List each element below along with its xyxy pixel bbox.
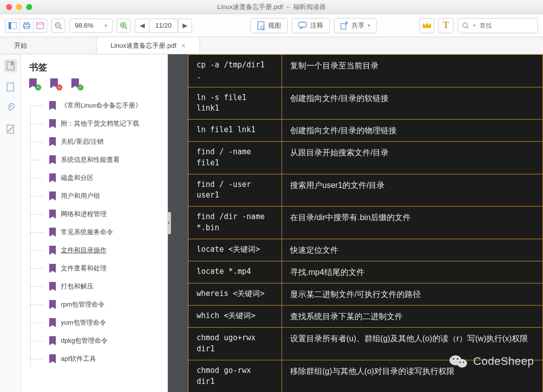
page-gutter: [168, 54, 188, 392]
table-row: whereis <关键词>显示某二进制文件/可执行文件的路径: [189, 283, 543, 306]
search-box[interactable]: ▼: [458, 18, 538, 33]
bookmark-label: 磁盘和分区: [61, 173, 94, 182]
svg-point-25: [457, 359, 467, 368]
bookmark-icon: [49, 155, 56, 164]
bookmark-tools: + × ✓: [21, 78, 167, 94]
layout-page-button[interactable]: [33, 19, 47, 33]
table-row: ln -s file1 link1创建指向文件/目录的软链接: [189, 87, 543, 120]
bookmark-item[interactable]: 系统信息和性能查看: [25, 151, 167, 169]
crown-icon: [422, 22, 431, 29]
next-page-button[interactable]: ▶: [178, 19, 192, 33]
comment-icon: [298, 22, 307, 30]
close-window-button[interactable]: [6, 4, 12, 10]
tab-start[interactable]: 开始: [0, 37, 97, 54]
bookmark-icon: [49, 137, 56, 146]
svg-line-20: [467, 27, 469, 29]
description-cell: 寻找.mp4结尾的文件: [282, 261, 543, 283]
table-row: find /dir -name *.bin在目录/dir中搜带有.bin后缀的文…: [189, 207, 543, 239]
bookmarks-sidebar: 书签 + × ✓ 《常用Linux命令备忘手册》附：其他干货文档笔记下载关机/重…: [21, 54, 168, 392]
text-tool-button[interactable]: T: [438, 18, 454, 33]
main-toolbar: 98.6% ▾ ◀ 11/20 ▶ 视图 注释 共享 ▾: [0, 14, 543, 37]
command-cell: chmod ugo+rwx dir1: [189, 328, 282, 360]
search-input[interactable]: [480, 22, 533, 29]
table-row: which <关键词>查找系统目录下某的二进制文件: [189, 306, 543, 328]
premium-button[interactable]: [419, 18, 434, 33]
command-cell: cp -a /tmp/dir1 .: [189, 55, 282, 87]
bookmark-item[interactable]: yum包管理命令: [25, 314, 167, 332]
chevron-right-icon: ▶: [183, 22, 188, 29]
maximize-window-button[interactable]: [26, 4, 32, 10]
command-cell: whereis <关键词>: [189, 283, 282, 306]
zoom-in-button[interactable]: [117, 19, 131, 33]
svg-rect-5: [37, 23, 44, 29]
bookmark-label: 附：其他干货文档笔记下载: [61, 119, 139, 128]
command-cell: locate *.mp4: [189, 261, 282, 283]
watermark: CodeSheep: [449, 354, 534, 369]
bookmark-item[interactable]: 附：其他干货文档笔记下载: [25, 115, 167, 133]
bookmark-item[interactable]: 打包和解压: [25, 277, 167, 296]
document-viewer[interactable]: cp -a /tmp/dir1 .复制一个目录至当前目录ln -s file1 …: [168, 54, 543, 392]
prev-page-button[interactable]: ◀: [135, 19, 149, 33]
document-tabs: 开始 Linux速查备忘手册.pdf ×: [0, 37, 543, 54]
bookmark-label: 常见系统服务命令: [61, 228, 113, 237]
share-menu-button[interactable]: 共享 ▾: [334, 18, 377, 33]
bookmark-item[interactable]: 常见系统服务命令: [25, 223, 167, 241]
svg-point-19: [463, 23, 468, 27]
minimize-window-button[interactable]: [16, 4, 22, 10]
bookmark-item[interactable]: 用户和用户组: [25, 187, 167, 205]
bookmarks-panel-button[interactable]: [4, 59, 17, 72]
pages-panel-button[interactable]: [4, 80, 17, 93]
command-cell: find / -user user1: [189, 174, 282, 207]
bookmark-item[interactable]: 关机/重启/注销: [25, 133, 167, 151]
bookmark-icon: [49, 101, 56, 110]
description-cell: 显示某二进制文件/可执行文件的路径: [282, 283, 543, 306]
annotate-menu-button[interactable]: 注释: [292, 18, 330, 33]
expand-bookmarks-button[interactable]: ✓: [71, 78, 81, 89]
description-cell: 查找系统目录下某的二进制文件: [282, 306, 543, 328]
zoom-out-button[interactable]: [51, 19, 65, 33]
bookmark-label: yum包管理命令: [61, 318, 106, 327]
bookmark-item[interactable]: 文件和目录操作: [25, 241, 167, 259]
bookmark-item[interactable]: apt软件工具: [25, 350, 167, 368]
chevron-down-icon: ▾: [368, 23, 370, 28]
bookmark-label: apt软件工具: [61, 354, 96, 363]
zoom-level-select[interactable]: 98.6% ▾: [69, 19, 113, 33]
table-row: locate *.mp4寻找.mp4结尾的文件: [189, 261, 543, 283]
close-tab-button[interactable]: ×: [182, 42, 186, 50]
description-cell: 搜索用户user1的文件/目录: [282, 174, 543, 207]
bookmark-item[interactable]: rpm包管理命令: [25, 296, 167, 314]
delete-bookmark-button[interactable]: ×: [50, 78, 60, 89]
bookmark-label: 系统信息和性能查看: [61, 155, 120, 164]
paperclip-icon: [7, 103, 15, 113]
chevron-left-icon: ◀: [140, 22, 145, 29]
page-indicator[interactable]: 11/20: [149, 19, 178, 33]
table-row: ln file1 lnk1创建指向文件/目录的物理链接: [189, 120, 543, 142]
bookmark-item[interactable]: 文件查看和处理: [25, 259, 167, 277]
signature-panel-button[interactable]: [4, 123, 17, 136]
svg-rect-3: [25, 23, 29, 24]
bookmark-item[interactable]: 磁盘和分区: [25, 169, 167, 187]
bookmark-list: 《常用Linux命令备忘手册》附：其他干货文档笔记下载关机/重启/注销系统信息和…: [21, 94, 167, 392]
bookmark-item[interactable]: 网络和进程管理: [25, 205, 167, 223]
watermark-text: CodeSheep: [473, 355, 534, 368]
sidebar-collapse-handle[interactable]: [168, 212, 171, 234]
view-menu-button[interactable]: 视图: [250, 18, 288, 33]
bookmark-icon: [49, 282, 56, 291]
command-cell: which <关键词>: [189, 306, 282, 328]
table-row: cp -a /tmp/dir1 .复制一个目录至当前目录: [189, 55, 543, 87]
add-bookmark-button[interactable]: +: [29, 78, 39, 89]
print-button[interactable]: [19, 19, 33, 33]
bookmark-icon: [49, 264, 56, 273]
bookmark-icon: [49, 300, 56, 309]
layout-sidebar-button[interactable]: [5, 19, 19, 33]
tab-document[interactable]: Linux速查备忘手册.pdf ×: [97, 37, 200, 54]
table-row: locate <关键词>快速定位文件: [189, 239, 543, 261]
bookmark-label: 《常用Linux命令备忘手册》: [61, 101, 142, 110]
bookmark-item[interactable]: 《常用Linux命令备忘手册》: [25, 96, 167, 115]
svg-point-26: [453, 358, 455, 359]
share-icon: [340, 22, 348, 30]
bookmark-item[interactable]: dpkg包管理命令: [25, 332, 167, 350]
bookmark-label: rpm包管理命令: [61, 300, 105, 309]
attachments-panel-button[interactable]: [4, 102, 17, 115]
page-view-icon: [257, 21, 265, 30]
